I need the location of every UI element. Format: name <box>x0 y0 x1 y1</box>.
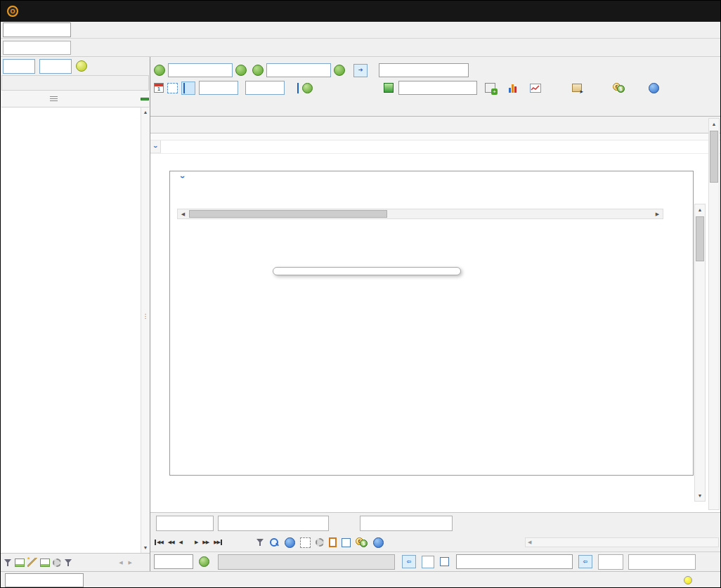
competitions-checkbox[interactable] <box>440 557 452 566</box>
money-icon[interactable] <box>384 83 394 93</box>
scrollbar-grip-icon[interactable]: ⋮ <box>141 313 150 320</box>
help-icon[interactable] <box>373 537 384 548</box>
scroll-down-icon[interactable]: ▼ <box>141 543 150 553</box>
fast-next-icon[interactable]: ▶▶ <box>202 540 209 545</box>
date-from-field[interactable] <box>168 63 233 77</box>
maximize-button[interactable] <box>658 1 689 22</box>
help-box-icon[interactable] <box>422 556 434 568</box>
date-from-prev-icon[interactable] <box>154 65 165 76</box>
sidebar-scrollbar[interactable]: ▲ ⋮ ▼ <box>141 107 150 553</box>
spinner-arrows-icon[interactable] <box>228 81 238 94</box>
filter-icon[interactable] <box>4 558 12 567</box>
expand-range-icon[interactable] <box>167 83 178 93</box>
wizard-icon[interactable] <box>27 558 37 567</box>
time-filter-row: 1 <box>150 79 720 96</box>
next-page-icon[interactable]: ▶ <box>195 540 197 545</box>
gear-icon[interactable] <box>316 538 324 547</box>
bottom-hscrollbar[interactable]: ◀ <box>525 537 719 547</box>
match-table-header <box>150 117 720 133</box>
time-from-spinner[interactable] <box>199 81 238 95</box>
apply-range-icon[interactable]: ➔ <box>353 64 368 77</box>
apply-time-icon[interactable] <box>302 83 313 93</box>
all-filter-select[interactable] <box>154 554 193 569</box>
titlebar: O <box>1 1 720 22</box>
competition-select[interactable] <box>398 81 477 95</box>
next-week-button[interactable] <box>3 41 71 55</box>
first-page-icon[interactable]: ◀◀ <box>155 540 163 545</box>
chevron-down-icon: › <box>178 176 188 187</box>
coins-icon[interactable]: €$ <box>356 537 368 547</box>
match-count-input[interactable] <box>156 516 214 531</box>
clipboard-icon[interactable] <box>329 537 337 547</box>
scroll-left-icon: ◀ <box>526 540 531 545</box>
scroll-up-icon[interactable]: ▲ <box>141 107 150 117</box>
date-from-next-icon[interactable] <box>235 65 247 76</box>
prev-page-icon[interactable]: ◀ <box>179 540 182 545</box>
date-to-next-icon[interactable] <box>334 65 345 76</box>
bb-button[interactable] <box>598 554 623 570</box>
league-list: ▲ ⋮ ▼ <box>1 107 150 553</box>
tennis-ball-icon[interactable] <box>76 60 87 72</box>
stats-hscrollbar[interactable]: ◀ ▶ <box>177 209 663 219</box>
year-to-spinner[interactable] <box>39 59 72 74</box>
count-inputs-row <box>150 512 720 533</box>
time-to-spinner[interactable] <box>245 81 285 95</box>
filter-input-2[interactable] <box>360 516 453 531</box>
funnel-clear-icon[interactable] <box>64 558 72 567</box>
minimize-button[interactable] <box>628 1 658 22</box>
fast-prev-icon[interactable]: ◀◀ <box>168 540 174 545</box>
year-from-spinner[interactable] <box>3 59 35 74</box>
year-to-value <box>40 60 62 73</box>
gear-icon[interactable] <box>53 558 61 567</box>
currency-coins-icon[interactable]: €$ <box>613 83 625 93</box>
sport-select[interactable] <box>3 22 71 37</box>
sidebar-hscroll-arrows[interactable]: ◀ ▶ <box>119 560 134 566</box>
calendar-day-icon[interactable]: 1 <box>154 83 164 93</box>
bottom-toolbar: ⇦ ⇦ <box>150 551 720 571</box>
bookmaker-select[interactable] <box>5 573 84 587</box>
spinner-arrows-icon[interactable] <box>25 60 34 73</box>
checkbox-icon <box>440 557 449 566</box>
sidebar-footer: ◀ ▶ <box>1 553 150 571</box>
sidebar-column-header <box>1 91 149 107</box>
scroll-up-icon: ▲ <box>709 119 719 129</box>
odds-mode-select[interactable] <box>379 63 469 77</box>
detail-vertical-scrollbar[interactable]: ▲ ▼ <box>694 204 706 502</box>
spinner-arrows-icon[interactable] <box>275 81 284 94</box>
send-left-icon[interactable]: ⇦ <box>402 555 416 568</box>
archive-icon[interactable] <box>572 84 582 92</box>
close-button[interactable] <box>689 1 720 22</box>
last-page-icon[interactable]: ▶▶ <box>214 540 222 545</box>
profit-button[interactable] <box>628 554 696 570</box>
panel-layout-icon[interactable] <box>15 558 25 567</box>
skip-start-button[interactable] <box>181 81 195 95</box>
filter-input-1[interactable] <box>218 516 329 531</box>
panel-layout2-icon[interactable] <box>40 558 50 567</box>
bets-section-header[interactable]: › <box>177 173 693 190</box>
league-group-row[interactable]: › <box>150 141 720 154</box>
add-circle-icon[interactable] <box>649 83 659 93</box>
collapse-all-icon[interactable] <box>141 98 149 100</box>
skip-end-icon[interactable] <box>288 83 299 93</box>
filter-funnel-icon[interactable] <box>256 538 264 547</box>
confirm-icon[interactable] <box>199 556 209 567</box>
date-to-field[interactable] <box>266 63 331 77</box>
sort-icon[interactable] <box>50 96 58 102</box>
spinner-arrows-icon[interactable] <box>62 60 71 73</box>
fit-icon[interactable] <box>300 537 311 548</box>
table-filter-strip <box>150 133 720 141</box>
zoom-plus-icon[interactable] <box>285 537 295 548</box>
statistics-icon[interactable] <box>530 84 541 93</box>
stats-tooltip <box>273 267 461 275</box>
date-to-prev-icon[interactable] <box>252 65 264 76</box>
all-matches-button[interactable] <box>218 554 395 570</box>
bar-chart-icon[interactable] <box>509 84 519 93</box>
checklist-icon[interactable] <box>342 538 351 547</box>
competition-source-select[interactable] <box>456 554 573 569</box>
search-icon[interactable] <box>269 537 280 548</box>
sidebar: ▲ ⋮ ▼ ◀ ▶ <box>1 57 150 571</box>
send-left2-icon[interactable]: ⇦ <box>578 555 592 568</box>
main-vertical-scrollbar[interactable]: ▲ <box>708 118 720 510</box>
add-table-icon[interactable] <box>485 83 495 93</box>
scroll-left-icon: ◀ <box>178 211 188 217</box>
